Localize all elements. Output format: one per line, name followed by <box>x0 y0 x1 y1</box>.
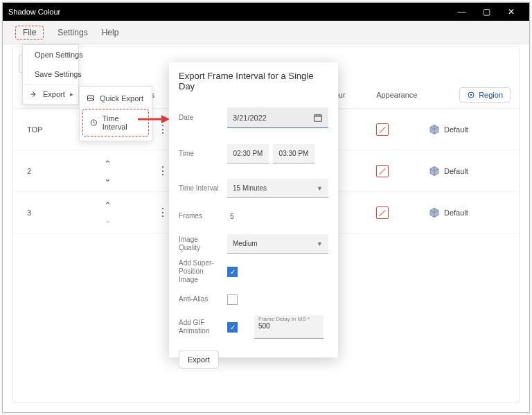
cube-icon <box>429 166 440 177</box>
gif-label: Add GIF Animation <box>179 319 220 335</box>
window-title: Shadow Colour <box>8 8 60 16</box>
overlap-colour-swatch[interactable] <box>376 206 389 219</box>
chevron-up-icon[interactable]: ⌃ <box>104 159 112 169</box>
appearance-cell[interactable]: Default <box>429 166 519 177</box>
quick-export-item[interactable]: Quick Export <box>80 89 152 107</box>
cube-icon <box>429 207 440 218</box>
titlebar: Shadow Colour — ▢ ✕ <box>3 3 529 21</box>
target-icon <box>467 91 475 99</box>
frames-label: Frames <box>179 212 220 220</box>
row-actions-menu[interactable]: ⋮ <box>157 206 169 218</box>
calendar-icon <box>313 113 323 123</box>
col-appearance: Appearance <box>376 91 459 99</box>
chevron-down-icon[interactable]: ⌄ <box>104 173 112 184</box>
export-item[interactable]: Export ▸ <box>23 84 78 104</box>
time-interval-item[interactable]: Time Interval <box>82 109 149 136</box>
export-icon <box>30 90 38 98</box>
file-dropdown: Open Settings Save Settings Export ▸ <box>22 44 79 105</box>
dialog-title: Export Frame Interval for a Single Day <box>179 71 328 91</box>
date-field[interactable]: 3/21/2022 <box>227 107 328 128</box>
gif-checkbox[interactable]: ✓ <box>227 322 238 333</box>
menu-help[interactable]: Help <box>102 28 119 37</box>
chevron-down-icon[interactable]: ⌄ <box>104 215 112 225</box>
menu-settings[interactable]: Settings <box>57 28 87 37</box>
menubar: File Settings Help <box>3 21 529 44</box>
export-submenu: Quick Export Time Interval <box>79 86 152 141</box>
time-label: Time <box>179 150 220 158</box>
maximize-button[interactable]: ▢ <box>474 7 499 17</box>
row-actions-menu[interactable]: ⋮ <box>157 165 169 177</box>
chevron-right-icon: ▸ <box>70 91 73 98</box>
caret-down-icon: ▼ <box>317 240 323 247</box>
superposition-checkbox[interactable]: ✓ <box>227 267 238 277</box>
clock-icon <box>90 118 98 127</box>
minimize-button[interactable]: — <box>449 7 474 17</box>
region-button[interactable]: Region <box>459 87 511 103</box>
overlap-colour-swatch[interactable] <box>376 165 389 177</box>
save-settings-item[interactable]: Save Settings <box>23 64 78 84</box>
chevron-up-icon[interactable]: ⌃ <box>104 200 112 211</box>
export-button[interactable]: Export <box>179 351 219 369</box>
menu-file[interactable]: File <box>15 26 44 39</box>
quality-select[interactable]: Medium ▼ <box>227 234 328 254</box>
row-index: 3 <box>27 209 49 217</box>
cube-icon <box>429 124 440 135</box>
quality-label: Image Quality <box>179 236 220 252</box>
export-dialog: Export Frame Interval for a Single Day D… <box>169 62 338 357</box>
image-icon <box>87 94 95 103</box>
open-settings-item[interactable]: Open Settings <box>23 45 78 64</box>
row-actions-menu[interactable]: ⋮ <box>157 123 169 135</box>
appearance-cell[interactable]: Default <box>429 124 519 135</box>
date-label: Date <box>179 114 220 122</box>
caret-down-icon: ▼ <box>317 185 323 192</box>
svg-point-1 <box>470 94 472 96</box>
time-start-field[interactable]: 02:30 PM <box>227 144 269 164</box>
frames-value: 5 <box>227 213 234 220</box>
close-button[interactable]: ✕ <box>499 7 524 17</box>
interval-select[interactable]: 15 Minutes ▼ <box>227 179 328 198</box>
frame-delay-field[interactable]: Frame Delay in MS * 500 <box>254 315 323 339</box>
appearance-cell[interactable]: Default <box>429 207 519 218</box>
antialias-checkbox[interactable] <box>227 294 238 305</box>
interval-label: Time Interval <box>179 184 220 193</box>
row-index: TOP <box>27 125 49 134</box>
svg-rect-6 <box>314 114 322 121</box>
row-index: 2 <box>27 167 49 175</box>
time-end-field[interactable]: 03:30 PM <box>273 144 314 164</box>
overlap-colour-swatch[interactable] <box>376 123 389 136</box>
antialias-label: Anti-Alias <box>179 295 220 303</box>
superposition-label: Add Super-Position Image <box>179 259 220 284</box>
